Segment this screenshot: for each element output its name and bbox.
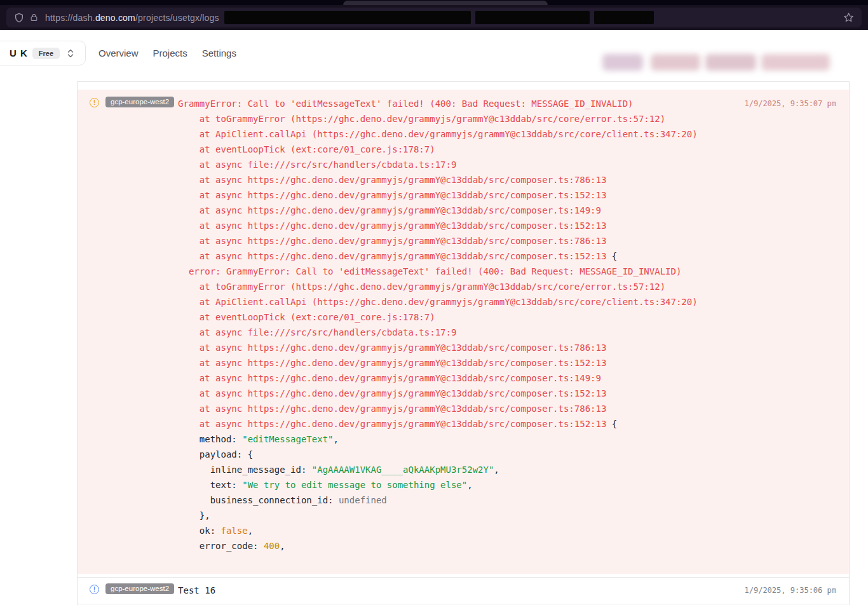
log-line: at eventLoopTick (ext:core/01_core.js:17… <box>178 309 736 325</box>
log-line: at async https://ghc.deno.dev/grammyjs/g… <box>178 340 736 355</box>
chevron-updown-icon <box>67 48 74 58</box>
log-line: ok: false, <box>178 523 736 538</box>
log-line: at toGrammyError (https://ghc.deno.dev/g… <box>178 111 736 126</box>
log-line: }, <box>178 508 736 523</box>
redacted-header-item <box>651 54 700 71</box>
log-line: at async https://ghc.deno.dev/grammyjs/g… <box>178 248 736 264</box>
log-line: at async https://ghc.deno.dev/grammyjs/g… <box>178 355 736 370</box>
browser-tab-strip <box>0 0 868 5</box>
url-bar[interactable]: https://dash.deno.com/projects/usetgx/lo… <box>6 8 862 27</box>
redacted-url-segment <box>224 11 471 24</box>
log-line: method: "editMessageText", <box>178 432 736 447</box>
log-line: Test 16 <box>178 583 736 598</box>
tracking-protection-shield-icon[interactable] <box>14 12 24 24</box>
log-timestamp: 1/9/2025, 9:35:06 pm <box>745 583 837 598</box>
region-badge: gcp-europe-west2 <box>105 97 174 107</box>
log-panel: ! gcp-europe-west2 GrammyError: Call to … <box>77 81 850 605</box>
main-nav: Overview Projects Settings <box>98 30 236 76</box>
screen: https://dash.deno.com/projects/usetgx/lo… <box>0 0 868 605</box>
log-line: GrammyError: Call to 'editMessageText' f… <box>178 96 736 111</box>
url-scheme: https://dash. <box>45 13 95 23</box>
log-line: at async https://ghc.deno.dev/grammyjs/g… <box>178 203 736 218</box>
log-line: at async https://ghc.deno.dev/grammyjs/g… <box>178 187 736 203</box>
lock-icon[interactable] <box>30 13 38 22</box>
redacted-header-item <box>602 54 643 71</box>
redacted-header-item <box>761 54 830 71</box>
log-entry[interactable]: ! gcp-europe-west2 Test 16 1/9/2025, 9:3… <box>78 577 849 604</box>
log-line: at async https://ghc.deno.dev/grammyjs/g… <box>178 386 736 401</box>
tab-overview[interactable]: Overview <box>98 48 139 58</box>
tab-settings[interactable]: Settings <box>202 48 236 58</box>
redacted-browser-tab[interactable] <box>343 1 548 5</box>
info-icon: ! <box>90 585 99 594</box>
log-line: text: "We try to edit message to somethi… <box>178 477 736 493</box>
redacted-url-segment <box>594 11 654 24</box>
url-domain: deno.com <box>95 13 135 23</box>
log-timestamp: 1/9/2025, 9:35:07 pm <box>745 96 837 111</box>
log-message: Test 16 <box>178 583 736 598</box>
previous-log-entry-partial <box>78 82 849 90</box>
bookmark-star-icon[interactable] <box>843 12 854 23</box>
log-line: at async file:///src/src/handlers/cbdata… <box>178 325 736 340</box>
log-line: at async https://ghc.deno.dev/grammyjs/g… <box>178 401 736 416</box>
plan-badge: Free <box>32 48 60 59</box>
url-text: https://dash.deno.com/projects/usetgx/lo… <box>45 13 219 23</box>
region-badge: gcp-europe-west2 <box>105 583 174 594</box>
log-line: inline_message_id: "AgAAAAW1VKAG____aQkA… <box>178 462 736 477</box>
project-selector[interactable]: U K Free <box>0 41 86 65</box>
log-line: at async https://ghc.deno.dev/grammyjs/g… <box>178 172 736 187</box>
log-line: error: GrammyError: Call to 'editMessage… <box>178 264 736 279</box>
log-line: error_code: 400, <box>178 538 736 554</box>
log-line: at async https://ghc.deno.dev/grammyjs/g… <box>178 416 736 432</box>
log-line: at async https://ghc.deno.dev/grammyjs/g… <box>178 233 736 248</box>
tab-projects[interactable]: Projects <box>153 48 187 58</box>
log-line: at ApiClient.callApi (https://ghc.deno.d… <box>178 126 736 142</box>
log-line: payload: { <box>178 447 736 462</box>
log-entry-error[interactable]: ! gcp-europe-west2 GrammyError: Call to … <box>78 90 849 574</box>
org-name: U K <box>10 48 28 58</box>
app-header: U K Free Overview Projects Settings <box>0 30 868 76</box>
log-line: at eventLoopTick (ext:core/01_core.js:17… <box>178 142 736 157</box>
log-line: at async https://ghc.deno.dev/grammyjs/g… <box>178 370 736 386</box>
redacted-url-segment <box>475 11 590 24</box>
redacted-header-item <box>705 54 756 71</box>
log-line: at async https://ghc.deno.dev/grammyjs/g… <box>178 218 736 233</box>
url-path: /projects/usetgx/logs <box>135 13 219 23</box>
log-line: business_connection_id: undefined <box>178 493 736 508</box>
log-line: at ApiClient.callApi (https://ghc.deno.d… <box>178 294 736 309</box>
log-line: at async file:///src/src/handlers/cbdata… <box>178 157 736 172</box>
warning-icon: ! <box>90 98 99 107</box>
log-line: at toGrammyError (https://ghc.deno.dev/g… <box>178 279 736 294</box>
log-message: GrammyError: Call to 'editMessageText' f… <box>178 96 736 554</box>
browser-toolbar: https://dash.deno.com/projects/usetgx/lo… <box>0 5 868 30</box>
